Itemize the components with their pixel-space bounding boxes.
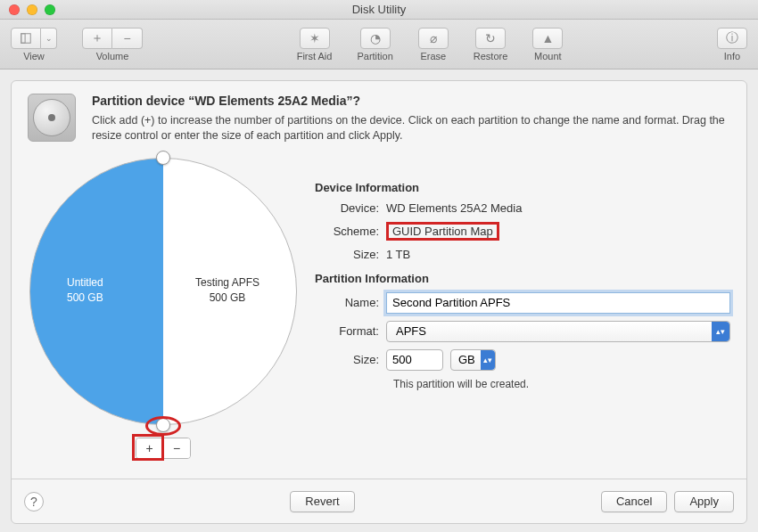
toolbar: ⌄ View ＋ − Volume ✶ First Aid ◔ Partitio… [0, 20, 758, 70]
toolbar-erase-label: Erase [420, 51, 446, 61]
format-value: APFS [396, 324, 426, 338]
toolbar-volume: ＋ − Volume [82, 28, 143, 61]
partition-button[interactable]: ◔ [360, 28, 391, 49]
view-chevron-button[interactable]: ⌄ [41, 28, 57, 49]
device-size-value: 1 TB [386, 248, 410, 261]
view-button[interactable] [11, 28, 41, 49]
hard-disk-icon [28, 94, 76, 142]
partition-info-heading: Partition Information [315, 272, 730, 285]
size-label: Size: [315, 353, 386, 366]
restore-button[interactable]: ↻ [475, 28, 506, 49]
toolbar-erase: ⌀ Erase [418, 28, 449, 61]
size-unit-select[interactable]: GB ▴▾ [450, 349, 496, 371]
first-aid-icon: ✶ [309, 31, 320, 45]
device-info-heading: Device Information [315, 181, 730, 194]
title-bar: Disk Utility [0, 0, 758, 20]
toolbar-first-aid: ✶ First Aid [297, 28, 333, 61]
close-icon[interactable] [9, 4, 20, 15]
toolbar-view: ⌄ View [11, 28, 57, 61]
info-icon: ⓘ [726, 30, 738, 46]
toolbar-partition-label: Partition [357, 51, 392, 61]
chevron-updown-icon: ▴▾ [481, 350, 495, 370]
device-label: Device: [315, 201, 386, 215]
minimize-icon[interactable] [27, 4, 37, 15]
toolbar-restore-label: Restore [474, 51, 508, 61]
partition-pie-area: Untitled 500 GB Testing APFS 500 GB + − [12, 156, 315, 479]
annotation-rect [132, 434, 164, 461]
toolbar-info-label: Info [724, 51, 740, 61]
svg-rect-0 [21, 33, 31, 43]
format-label: Format: [315, 324, 386, 338]
toolbar-volume-label: Volume [96, 51, 129, 61]
dialog-footer: ? Revert Cancel Apply [12, 479, 746, 523]
volume-remove-button[interactable]: − [112, 28, 143, 49]
zoom-icon[interactable] [45, 4, 55, 15]
erase-button[interactable]: ⌀ [418, 28, 449, 49]
volume-add-button[interactable]: ＋ [82, 28, 112, 49]
info-button[interactable]: ⓘ [717, 28, 747, 49]
pie-handle-top[interactable] [156, 151, 170, 165]
device-value: WD Elements 25A2 Media [386, 201, 522, 215]
dialog-header: Partition device “WD Elements 25A2 Media… [12, 81, 746, 152]
restore-icon: ↻ [485, 31, 496, 45]
partition-note: This partition will be created. [393, 378, 730, 390]
scheme-value: GUID Partition Map [386, 222, 499, 241]
svg-rect-1 [21, 33, 25, 43]
window-title: Disk Utility [352, 3, 407, 16]
dialog-content: Untitled 500 GB Testing APFS 500 GB + − … [12, 152, 746, 479]
remove-partition-button[interactable]: − [163, 438, 190, 458]
toolbar-mount-label: Mount [534, 51, 562, 61]
toolbar-restore: ↻ Restore [474, 28, 508, 61]
toolbar-view-label: View [23, 51, 45, 61]
partition-label-left: Untitled 500 GB [67, 275, 103, 306]
scheme-label: Scheme: [315, 225, 386, 238]
toolbar-info: ⓘ Info [717, 28, 747, 61]
format-select[interactable]: APFS ▴▾ [386, 321, 730, 342]
toolbar-mount: ▲ Mount [532, 28, 563, 61]
info-form: Device Information Device: WD Elements 2… [315, 156, 730, 479]
name-label: Name: [315, 296, 386, 309]
erase-icon: ⌀ [430, 31, 437, 45]
window-controls [9, 4, 55, 15]
revert-button[interactable]: Revert [290, 491, 354, 512]
help-button[interactable]: ? [24, 492, 44, 512]
partition-size-input[interactable] [386, 349, 443, 371]
apply-button[interactable]: Apply [674, 491, 734, 512]
pie-icon: ◔ [370, 31, 381, 45]
annotation-oval [145, 416, 181, 436]
size-unit-value: GB [458, 353, 475, 366]
first-aid-button[interactable]: ✶ [300, 28, 330, 49]
partition-label-right: Testing APFS 500 GB [195, 275, 260, 306]
dialog-panel: Partition device “WD Elements 25A2 Media… [11, 80, 747, 524]
dialog-description: Click add (+) to increase the number of … [92, 113, 730, 143]
add-remove-row: + − [136, 438, 191, 459]
device-size-label: Size: [315, 248, 386, 261]
toolbar-partition: ◔ Partition [357, 28, 392, 61]
cancel-button[interactable]: Cancel [601, 491, 667, 512]
chevron-updown-icon: ▴▾ [712, 322, 729, 341]
mount-icon: ▲ [541, 31, 554, 45]
dialog-title: Partition device “WD Elements 25A2 Media… [92, 94, 730, 108]
toolbar-first-aid-label: First Aid [297, 51, 333, 61]
mount-button[interactable]: ▲ [532, 28, 563, 49]
partition-name-input[interactable] [386, 292, 730, 314]
